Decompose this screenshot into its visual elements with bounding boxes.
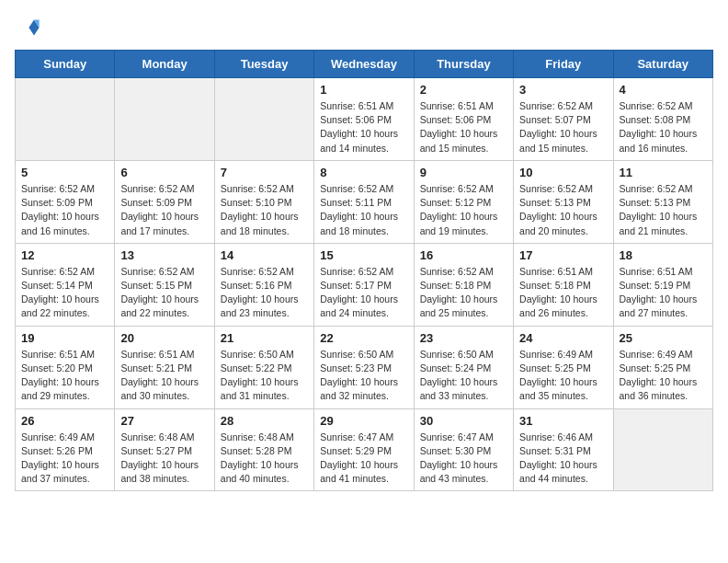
day-number: 31 [519, 414, 607, 428]
calendar-cell: 29Sunrise: 6:47 AM Sunset: 5:29 PM Dayli… [314, 408, 414, 491]
day-info: Sunrise: 6:52 AM Sunset: 5:14 PM Dayligh… [21, 265, 108, 321]
calendar-cell [214, 78, 313, 161]
day-number: 4 [620, 83, 707, 97]
calendar-week-2: 5Sunrise: 6:52 AM Sunset: 5:09 PM Daylig… [16, 160, 713, 243]
calendar-cell: 30Sunrise: 6:47 AM Sunset: 5:30 PM Dayli… [414, 408, 513, 491]
calendar-cell: 31Sunrise: 6:46 AM Sunset: 5:31 PM Dayli… [514, 408, 613, 491]
day-number: 20 [120, 331, 208, 345]
calendar-cell: 15Sunrise: 6:52 AM Sunset: 5:17 PM Dayli… [314, 243, 414, 326]
weekday-header-friday: Friday [514, 51, 613, 78]
day-info: Sunrise: 6:51 AM Sunset: 5:18 PM Dayligh… [519, 265, 607, 321]
calendar-cell: 25Sunrise: 6:49 AM Sunset: 5:25 PM Dayli… [613, 326, 712, 408]
day-number: 25 [620, 331, 707, 345]
day-info: Sunrise: 6:52 AM Sunset: 5:17 PM Dayligh… [320, 265, 407, 321]
day-number: 1 [320, 83, 407, 97]
calendar-cell: 6Sunrise: 6:52 AM Sunset: 5:09 PM Daylig… [115, 160, 214, 243]
day-number: 13 [120, 248, 208, 262]
weekday-header-saturday: Saturday [613, 51, 712, 78]
day-number: 5 [21, 166, 108, 179]
day-info: Sunrise: 6:51 AM Sunset: 5:21 PM Dayligh… [120, 348, 208, 404]
day-info: Sunrise: 6:48 AM Sunset: 5:27 PM Dayligh… [120, 431, 208, 487]
day-info: Sunrise: 6:51 AM Sunset: 5:20 PM Dayligh… [21, 348, 108, 404]
day-info: Sunrise: 6:52 AM Sunset: 5:12 PM Dayligh… [420, 182, 507, 238]
calendar-cell [115, 78, 214, 161]
day-number: 16 [420, 248, 507, 262]
calendar-cell: 21Sunrise: 6:50 AM Sunset: 5:22 PM Dayli… [214, 326, 313, 408]
day-info: Sunrise: 6:52 AM Sunset: 5:11 PM Dayligh… [320, 182, 407, 238]
day-number: 7 [221, 166, 308, 179]
weekday-header-tuesday: Tuesday [214, 51, 313, 78]
day-info: Sunrise: 6:46 AM Sunset: 5:31 PM Dayligh… [519, 431, 607, 487]
day-info: Sunrise: 6:52 AM Sunset: 5:07 PM Dayligh… [519, 99, 607, 155]
day-info: Sunrise: 6:49 AM Sunset: 5:26 PM Dayligh… [21, 431, 108, 487]
calendar-cell: 3Sunrise: 6:52 AM Sunset: 5:07 PM Daylig… [514, 78, 613, 161]
day-info: Sunrise: 6:52 AM Sunset: 5:09 PM Dayligh… [21, 182, 108, 238]
calendar-week-3: 12Sunrise: 6:52 AM Sunset: 5:14 PM Dayli… [16, 243, 713, 326]
day-number: 27 [120, 414, 208, 428]
day-info: Sunrise: 6:52 AM Sunset: 5:18 PM Dayligh… [420, 265, 507, 321]
day-info: Sunrise: 6:49 AM Sunset: 5:25 PM Dayligh… [519, 348, 607, 404]
calendar-cell: 19Sunrise: 6:51 AM Sunset: 5:20 PM Dayli… [16, 326, 115, 408]
calendar-cell: 28Sunrise: 6:48 AM Sunset: 5:28 PM Dayli… [214, 408, 313, 491]
page-header [15, 15, 713, 40]
calendar-cell: 5Sunrise: 6:52 AM Sunset: 5:09 PM Daylig… [16, 160, 115, 243]
day-number: 3 [519, 83, 607, 97]
calendar-cell: 23Sunrise: 6:50 AM Sunset: 5:24 PM Dayli… [414, 326, 513, 408]
calendar-cell: 1Sunrise: 6:51 AM Sunset: 5:06 PM Daylig… [314, 78, 414, 161]
calendar-cell: 26Sunrise: 6:49 AM Sunset: 5:26 PM Dayli… [16, 408, 115, 491]
calendar-week-1: 1Sunrise: 6:51 AM Sunset: 5:06 PM Daylig… [16, 78, 713, 161]
day-number: 2 [420, 83, 507, 97]
day-info: Sunrise: 6:47 AM Sunset: 5:29 PM Dayligh… [320, 431, 407, 487]
logo-icon [15, 15, 40, 40]
day-info: Sunrise: 6:52 AM Sunset: 5:10 PM Dayligh… [221, 182, 308, 238]
calendar-week-4: 19Sunrise: 6:51 AM Sunset: 5:20 PM Dayli… [16, 326, 713, 408]
weekday-header-thursday: Thursday [414, 51, 513, 78]
calendar-cell: 22Sunrise: 6:50 AM Sunset: 5:23 PM Dayli… [314, 326, 414, 408]
day-number: 18 [620, 248, 707, 262]
day-number: 12 [21, 248, 108, 262]
day-number: 30 [420, 414, 507, 428]
weekday-header-wednesday: Wednesday [314, 51, 414, 78]
day-number: 6 [120, 166, 208, 179]
day-info: Sunrise: 6:47 AM Sunset: 5:30 PM Dayligh… [420, 431, 507, 487]
calendar-cell: 14Sunrise: 6:52 AM Sunset: 5:16 PM Dayli… [214, 243, 313, 326]
day-number: 17 [519, 248, 607, 262]
calendar-cell: 13Sunrise: 6:52 AM Sunset: 5:15 PM Dayli… [115, 243, 214, 326]
weekday-header-sunday: Sunday [16, 51, 115, 78]
day-info: Sunrise: 6:50 AM Sunset: 5:24 PM Dayligh… [420, 348, 507, 404]
calendar-cell: 4Sunrise: 6:52 AM Sunset: 5:08 PM Daylig… [613, 78, 712, 161]
day-number: 14 [221, 248, 308, 262]
calendar-cell: 11Sunrise: 6:52 AM Sunset: 5:13 PM Dayli… [613, 160, 712, 243]
day-number: 28 [221, 414, 308, 428]
day-info: Sunrise: 6:52 AM Sunset: 5:15 PM Dayligh… [120, 265, 208, 321]
day-info: Sunrise: 6:52 AM Sunset: 5:08 PM Dayligh… [620, 99, 707, 155]
day-info: Sunrise: 6:52 AM Sunset: 5:13 PM Dayligh… [620, 182, 707, 238]
calendar-cell: 16Sunrise: 6:52 AM Sunset: 5:18 PM Dayli… [414, 243, 513, 326]
day-info: Sunrise: 6:49 AM Sunset: 5:25 PM Dayligh… [620, 348, 707, 404]
day-info: Sunrise: 6:51 AM Sunset: 5:06 PM Dayligh… [420, 99, 507, 155]
day-number: 22 [320, 331, 407, 345]
calendar-cell: 17Sunrise: 6:51 AM Sunset: 5:18 PM Dayli… [514, 243, 613, 326]
calendar-cell: 8Sunrise: 6:52 AM Sunset: 5:11 PM Daylig… [314, 160, 414, 243]
calendar-cell: 20Sunrise: 6:51 AM Sunset: 5:21 PM Dayli… [115, 326, 214, 408]
day-number: 9 [420, 166, 507, 179]
day-number: 8 [320, 166, 407, 179]
day-number: 29 [320, 414, 407, 428]
calendar-cell: 12Sunrise: 6:52 AM Sunset: 5:14 PM Dayli… [16, 243, 115, 326]
day-number: 21 [221, 331, 308, 345]
day-info: Sunrise: 6:50 AM Sunset: 5:23 PM Dayligh… [320, 348, 407, 404]
day-number: 19 [21, 331, 108, 345]
weekday-header-monday: Monday [115, 51, 214, 78]
day-number: 23 [420, 331, 507, 345]
calendar-cell: 10Sunrise: 6:52 AM Sunset: 5:13 PM Dayli… [514, 160, 613, 243]
day-info: Sunrise: 6:52 AM Sunset: 5:13 PM Dayligh… [519, 182, 607, 238]
day-number: 10 [519, 166, 607, 179]
calendar-cell: 18Sunrise: 6:51 AM Sunset: 5:19 PM Dayli… [613, 243, 712, 326]
day-info: Sunrise: 6:52 AM Sunset: 5:16 PM Dayligh… [221, 265, 308, 321]
day-number: 24 [519, 331, 607, 345]
day-info: Sunrise: 6:51 AM Sunset: 5:06 PM Dayligh… [320, 99, 407, 155]
day-info: Sunrise: 6:50 AM Sunset: 5:22 PM Dayligh… [221, 348, 308, 404]
calendar-cell [613, 408, 712, 491]
calendar-cell [16, 78, 115, 161]
day-info: Sunrise: 6:48 AM Sunset: 5:28 PM Dayligh… [221, 431, 308, 487]
